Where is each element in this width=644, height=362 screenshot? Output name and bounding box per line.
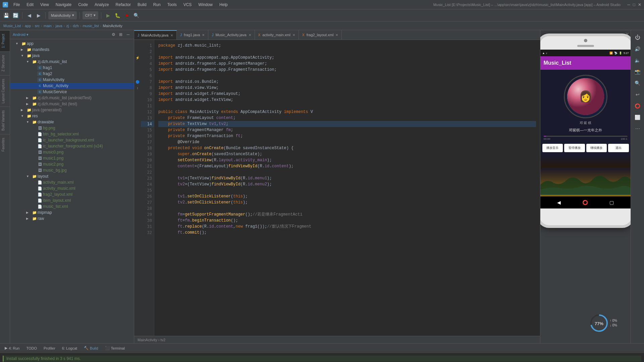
tab-close[interactable]: ✕ [292,33,295,37]
breadcrumb-app[interactable]: app [25,24,31,28]
tab-frag1[interactable]: J frag1.java ✕ [177,30,208,40]
tab-frag2-layout[interactable]: X frag2_layout.xml ✕ [299,30,342,40]
progress-bar[interactable] [544,136,628,137]
stop-button[interactable]: ■ [123,11,131,19]
code-content[interactable]: package zj.dzh.music_list; import androi… [154,40,540,336]
more-options-button[interactable]: ⋯ [633,124,642,133]
tree-item-mipmap[interactable]: ▶ 📁 mipmap [10,209,134,216]
maximize-button[interactable]: □ [633,2,635,7]
tree-item-java[interactable]: ▼ 📁 java [10,53,134,59]
tree-item-music-activity[interactable]: ▶ C Music_Activity [10,83,134,89]
run-button[interactable]: ▶ [104,11,112,19]
debug-button[interactable]: 🐛 [113,11,121,19]
save-all-button[interactable]: 💾 [2,11,10,19]
menu-window[interactable]: Window [197,2,214,8]
breadcrumb-main-activity[interactable]: MainActivity [103,24,122,28]
home-nav-icon[interactable]: ⭕ [582,200,588,205]
back-nav-icon[interactable]: ◀ [557,200,561,205]
forward-button[interactable]: ▶ [35,11,43,19]
pause-button[interactable]: 暂停播放 [564,144,585,152]
tab-close[interactable]: ✕ [170,34,173,37]
tab-close[interactable]: ✕ [335,33,338,37]
menu-view[interactable]: View [39,2,50,8]
cft-dropdown[interactable]: CFT ▾ [83,11,98,19]
tab-profiler[interactable]: Profiler [42,344,57,353]
tree-item-music-bg[interactable]: 🖼 music_bg.jpg [10,167,134,173]
menu-help[interactable]: Help [218,2,229,8]
tab-mainactivity[interactable]: J MainActivity.java ✕ [134,30,177,40]
volume-up-button[interactable]: 🔊 [633,44,642,54]
tab-run[interactable]: ▶ 4: Run [3,344,21,353]
tree-item-music2[interactable]: 🖼 music2.png [10,161,134,167]
menu-vcs[interactable]: VCS [182,2,193,8]
home-nav-button[interactable]: ⭕ [633,101,642,111]
play-music-button[interactable]: 播放音乐 [542,144,563,152]
menu-run[interactable]: Run [152,2,162,8]
tree-item-res[interactable]: ▼ 📁 res [10,113,134,119]
breadcrumb-music-list-pkg[interactable]: music_list [83,24,99,28]
tab-close[interactable]: ✕ [249,33,251,37]
tree-item-raw[interactable]: ▶ 📁 raw [10,216,134,222]
tree-item-musicservice[interactable]: ▶ C MusicService [10,89,134,95]
continue-button[interactable]: 继续播放 [586,144,607,152]
menu-build[interactable]: Build [136,2,148,8]
tab-logcat[interactable]: 6: Logcat [60,344,79,353]
tree-item-frag1[interactable]: ▶ C frag1 [10,65,134,71]
code-editor[interactable]: ⚡ 🔵 ↕ 123 456 789 101112 1314 151617 181… [134,40,540,336]
tree-item-ic-launcher-fg[interactable]: 📄 ic_launcher_foreground.xml (v24) [10,143,134,149]
tree-item-frag2-layout[interactable]: 📄 frag2_layout.xml [10,191,134,197]
search-everywhere-button[interactable]: 🔍 [132,11,140,19]
tree-item-music1[interactable]: 🖼 music1.png [10,155,134,161]
back-button[interactable]: ◀ [25,11,33,19]
menu-edit[interactable]: Edit [25,2,35,8]
zoom-in-button[interactable]: 🔍 [633,78,642,88]
tab-terminal[interactable]: ⬛ Terminal [103,344,127,353]
run-config-dropdown[interactable]: MainActivity ▾ [48,11,77,19]
breadcrumb-main[interactable]: main [44,24,52,28]
tree-item-androidtest[interactable]: ▶ 📁 zj.dzh.music_list (androidTest) [10,95,134,101]
tree-item-layout[interactable]: ▼ 📁 layout [10,173,134,179]
tab-music-activity[interactable]: J Music_Activity.java ✕ [208,30,255,40]
menu-file[interactable]: File [12,2,21,8]
menu-tools[interactable]: Tools [166,2,178,8]
overview-nav-button[interactable]: ⬜ [633,113,642,122]
tab-build[interactable]: 🔨 Build [82,344,100,353]
tab-todo[interactable]: TODO [24,344,39,353]
minimize-button[interactable]: ─ [627,2,630,7]
back-nav-button[interactable]: ↩ [633,90,642,99]
tree-item-frag2[interactable]: ▶ C frag2 [10,71,134,77]
exit-button[interactable]: 退出 [608,144,629,152]
close-button[interactable]: ✕ [638,2,641,7]
tree-item-bg-png[interactable]: 🖼 bg.png [10,125,134,131]
tree-item-music0[interactable]: 🖼 music0.png [10,149,134,155]
breadcrumb-music-list[interactable]: Music_List [3,24,21,28]
menu-refactor[interactable]: Refactor [114,2,132,8]
tab-close[interactable]: ✕ [202,33,205,37]
tree-item-item-layout[interactable]: 📄 item_layout.xml [10,197,134,203]
menu-code[interactable]: Code [77,2,89,8]
power-button[interactable]: ⏻ [633,33,642,42]
breadcrumb-java[interactable]: java [56,24,62,28]
menu-analyze[interactable]: Analyze [93,2,110,8]
tree-item-ic-launcher-bg[interactable]: 📄 ic_launcher_background.xml [10,137,134,143]
breadcrumb-src[interactable]: src [35,24,40,28]
sidebar-minimize-btn[interactable]: ─ [125,32,131,38]
volume-down-button[interactable]: 🔈 [633,56,642,65]
breadcrumb-zj[interactable]: zj [66,24,69,28]
tree-item-activity-main-xml[interactable]: 📄 activity_main.xml [10,179,134,185]
overview-nav-icon[interactable]: ▢ [609,200,614,205]
tree-item-manifests[interactable]: ▶ 📁 manifests [10,47,134,53]
captures-tab[interactable]: Layout Captures [0,75,10,107]
tree-item-btn-bg[interactable]: 📄 btn_bg_selector.xml [10,131,134,137]
tree-item-activity-music-xml[interactable]: 📄 activity_music.xml [10,185,134,191]
project-tab[interactable]: 1: Project [0,30,10,51]
rotate-button[interactable]: 📸 [633,67,642,76]
sync-button[interactable]: 🔄 [11,11,19,19]
tree-item-zj-dzh[interactable]: ▼ 📁 zj.dzh.music_list [10,59,134,65]
tree-item-test[interactable]: ▶ 📁 zj.dzh.music_list (test) [10,101,134,107]
sidebar-layout-btn[interactable]: ⊞ [118,32,124,38]
favorites-tab[interactable]: Favorites [0,134,10,155]
android-dropdown[interactable]: Android ▾ [13,33,29,37]
tree-item-music-list-xml[interactable]: 📄 music_list.xml [10,203,134,209]
tab-activity-main-xml[interactable]: X activity_main.xml ✕ [255,30,299,40]
